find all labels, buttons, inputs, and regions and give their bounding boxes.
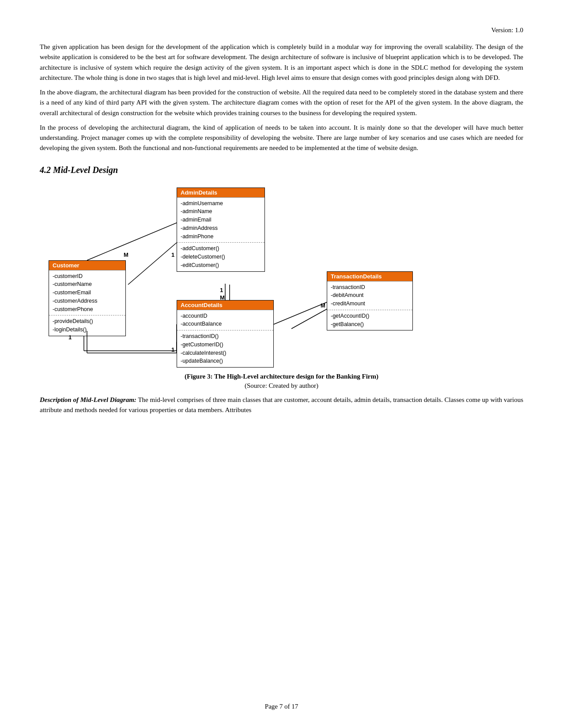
version-label: Version: 1.0 [40, 26, 523, 34]
uml-class-admin: AdminDetails -adminUsername -adminName -… [177, 188, 265, 272]
customer-class-header: Customer [49, 261, 125, 270]
label-1-account-bottom: 1 [171, 346, 174, 353]
uml-diagram: AdminDetails -adminUsername -adminName -… [40, 183, 523, 368]
figure-caption: (Figure 3: The High-Level architecture d… [40, 373, 523, 380]
account-class-header: AccountDetails [177, 300, 273, 310]
page-footer: Page 7 of 17 [0, 703, 563, 710]
svg-line-2 [291, 307, 331, 329]
uml-class-transaction: TransactionDetails -transactionID -debit… [327, 271, 413, 331]
paragraph-2: In the above diagram, the architectural … [40, 87, 523, 118]
admin-class-header: AdminDetails [177, 188, 264, 197]
label-m-transaction: M [321, 302, 325, 309]
figure-source: (Source: Created by author) [40, 382, 523, 390]
label-1-admin: 1 [171, 251, 174, 258]
paragraph-3: In the process of developing the archite… [40, 123, 523, 154]
admin-class-methods: -addCustomer() -deleteCustomer() -editCu… [177, 242, 264, 271]
customer-class-attrs: -customerID -customerName -customerEmail… [49, 270, 125, 315]
page: Version: 1.0 The given application has b… [0, 0, 563, 728]
label-1-customer-account: 1 [68, 334, 72, 341]
uml-class-customer: Customer -customerID -customerName -cust… [49, 260, 126, 336]
svg-line-6 [87, 223, 177, 260]
label-m-customer-admin: M [124, 251, 128, 258]
uml-diagram-container: AdminDetails -adminUsername -adminName -… [40, 183, 523, 368]
label-1-admin-account: 1 [220, 287, 223, 293]
svg-line-8 [274, 302, 327, 324]
customer-class-methods: -provideDetails() -loginDetails() [49, 315, 125, 336]
paragraph-1: The given application has been design fo… [40, 42, 523, 83]
body-text: The given application has been design fo… [40, 42, 523, 154]
transaction-class-methods: -getAccountID() -getBalance() [327, 310, 412, 330]
account-class-methods: -transactionID() -getCustomerID() -calcu… [177, 330, 273, 367]
transaction-class-header: TransactionDetails [327, 272, 412, 281]
label-m-account: M [220, 294, 225, 301]
uml-class-account: AccountDetails -accountID -accountBalanc… [177, 300, 274, 368]
description-text: Description of Mid-Level Diagram: The mi… [40, 395, 523, 416]
description-bold: Description of Mid-Level Diagram: [40, 396, 136, 403]
section-heading: 4.2 Mid-Level Design [40, 165, 523, 175]
admin-class-attrs: -adminUsername -adminName -adminEmail -a… [177, 197, 264, 243]
transaction-class-attrs: -transactionID -debitAmount -creditAmoun… [327, 281, 412, 310]
account-class-attrs: -accountID -accountBalance [177, 310, 273, 330]
svg-line-0 [128, 243, 177, 285]
